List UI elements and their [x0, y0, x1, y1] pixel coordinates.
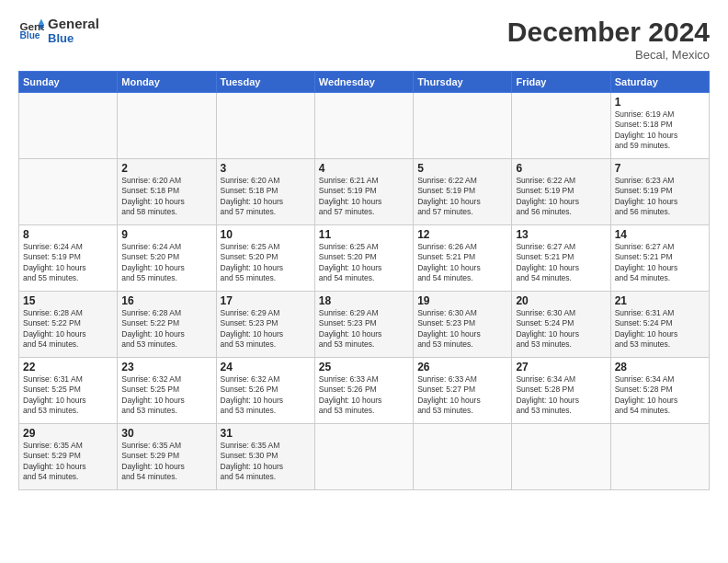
- calendar-day-15: 15Sunrise: 6:28 AMSunset: 5:22 PMDayligh…: [19, 292, 118, 358]
- day-info: Sunrise: 6:34 AMSunset: 5:28 PMDaylight:…: [615, 374, 705, 417]
- calendar-day-12: 12Sunrise: 6:26 AMSunset: 5:21 PMDayligh…: [414, 225, 512, 292]
- calendar-day-18: 18Sunrise: 6:29 AMSunset: 5:23 PMDayligh…: [314, 292, 413, 358]
- calendar-day-13: 13Sunrise: 6:27 AMSunset: 5:21 PMDayligh…: [512, 225, 610, 292]
- calendar-week-0: 1Sunrise: 6:19 AMSunset: 5:18 PMDaylight…: [19, 93, 710, 159]
- empty-cell: [314, 424, 413, 490]
- col-header-sunday: Sunday: [19, 72, 118, 93]
- day-info: Sunrise: 6:20 AMSunset: 5:18 PMDaylight:…: [121, 176, 211, 218]
- calendar-day-6: 6Sunrise: 6:22 AMSunset: 5:19 PMDaylight…: [512, 159, 610, 225]
- day-number: 12: [417, 228, 507, 241]
- day-number: 13: [516, 228, 606, 241]
- day-info: Sunrise: 6:28 AMSunset: 5:22 PMDaylight:…: [121, 308, 211, 350]
- day-info: Sunrise: 6:33 AMSunset: 5:26 PMDaylight:…: [319, 374, 409, 417]
- day-number: 7: [615, 162, 705, 175]
- day-number: 11: [319, 228, 409, 241]
- col-header-friday: Friday: [512, 72, 610, 93]
- calendar-day-14: 14Sunrise: 6:27 AMSunset: 5:21 PMDayligh…: [610, 225, 709, 292]
- empty-cell: [414, 93, 512, 159]
- calendar-day-1: 1Sunrise: 6:19 AMSunset: 5:18 PMDaylight…: [610, 93, 709, 159]
- calendar-day-16: 16Sunrise: 6:28 AMSunset: 5:22 PMDayligh…: [118, 292, 216, 358]
- calendar-day-19: 19Sunrise: 6:30 AMSunset: 5:23 PMDayligh…: [414, 292, 512, 358]
- calendar-day-30: 30Sunrise: 6:35 AMSunset: 5:29 PMDayligh…: [118, 424, 216, 490]
- logo-line2: Blue: [48, 32, 99, 45]
- calendar-table: SundayMondayTuesdayWednesdayThursdayFrid…: [18, 71, 710, 490]
- day-info: Sunrise: 6:35 AMSunset: 5:29 PMDaylight:…: [23, 441, 113, 483]
- day-info: Sunrise: 6:27 AMSunset: 5:21 PMDaylight:…: [516, 242, 606, 284]
- col-header-saturday: Saturday: [610, 72, 709, 93]
- day-number: 20: [516, 294, 606, 307]
- col-header-thursday: Thursday: [414, 72, 512, 93]
- day-info: Sunrise: 6:34 AMSunset: 5:28 PMDaylight:…: [516, 374, 606, 417]
- day-info: Sunrise: 6:31 AMSunset: 5:24 PMDaylight:…: [615, 308, 705, 350]
- svg-text:Blue: Blue: [20, 31, 40, 41]
- day-info: Sunrise: 6:22 AMSunset: 5:19 PMDaylight:…: [516, 176, 606, 218]
- day-info: Sunrise: 6:35 AMSunset: 5:29 PMDaylight:…: [121, 441, 211, 483]
- logo: General Blue General Blue: [18, 17, 99, 45]
- day-info: Sunrise: 6:26 AMSunset: 5:21 PMDaylight:…: [417, 242, 507, 284]
- day-info: Sunrise: 6:24 AMSunset: 5:19 PMDaylight:…: [23, 242, 113, 284]
- day-number: 3: [221, 162, 311, 175]
- calendar-day-22: 22Sunrise: 6:31 AMSunset: 5:25 PMDayligh…: [19, 358, 118, 424]
- col-header-tuesday: Tuesday: [216, 72, 314, 93]
- calendar-day-27: 27Sunrise: 6:34 AMSunset: 5:28 PMDayligh…: [512, 358, 610, 424]
- day-info: Sunrise: 6:28 AMSunset: 5:22 PMDaylight:…: [23, 308, 113, 350]
- calendar-day-5: 5Sunrise: 6:22 AMSunset: 5:19 PMDaylight…: [414, 159, 512, 225]
- calendar-week-1: 2Sunrise: 6:20 AMSunset: 5:18 PMDaylight…: [19, 159, 710, 225]
- day-number: 8: [23, 228, 113, 241]
- day-info: Sunrise: 6:20 AMSunset: 5:18 PMDaylight:…: [221, 176, 311, 218]
- day-number: 27: [516, 361, 606, 373]
- calendar-day-31: 31Sunrise: 6:35 AMSunset: 5:30 PMDayligh…: [216, 424, 314, 490]
- day-number: 25: [319, 361, 409, 373]
- calendar-day-10: 10Sunrise: 6:25 AMSunset: 5:20 PMDayligh…: [216, 225, 314, 292]
- calendar-week-5: 29Sunrise: 6:35 AMSunset: 5:29 PMDayligh…: [19, 424, 710, 490]
- day-info: Sunrise: 6:22 AMSunset: 5:19 PMDaylight:…: [417, 176, 507, 218]
- calendar-day-20: 20Sunrise: 6:30 AMSunset: 5:24 PMDayligh…: [512, 292, 610, 358]
- logo-icon: General Blue: [18, 17, 44, 43]
- calendar-day-24: 24Sunrise: 6:32 AMSunset: 5:26 PMDayligh…: [216, 358, 314, 424]
- day-info: Sunrise: 6:31 AMSunset: 5:25 PMDaylight:…: [23, 374, 113, 417]
- day-info: Sunrise: 6:23 AMSunset: 5:19 PMDaylight:…: [615, 176, 705, 218]
- day-number: 1: [615, 96, 705, 109]
- day-number: 16: [121, 294, 211, 307]
- calendar-day-3: 3Sunrise: 6:20 AMSunset: 5:18 PMDaylight…: [216, 159, 314, 225]
- day-number: 22: [23, 361, 113, 373]
- day-info: Sunrise: 6:32 AMSunset: 5:25 PMDaylight:…: [121, 374, 211, 417]
- day-number: 5: [417, 162, 507, 175]
- empty-cell: [19, 93, 118, 159]
- day-info: Sunrise: 6:24 AMSunset: 5:20 PMDaylight:…: [121, 242, 211, 284]
- calendar-day-26: 26Sunrise: 6:33 AMSunset: 5:27 PMDayligh…: [414, 358, 512, 424]
- location: Becal, Mexico: [507, 48, 710, 62]
- logo-line1: General: [48, 17, 99, 32]
- day-number: 28: [615, 361, 705, 373]
- empty-cell: [610, 424, 709, 490]
- day-info: Sunrise: 6:30 AMSunset: 5:24 PMDaylight:…: [516, 308, 606, 350]
- day-number: 15: [23, 294, 113, 307]
- day-number: 2: [121, 162, 211, 175]
- empty-cell: [414, 424, 512, 490]
- calendar-day-11: 11Sunrise: 6:25 AMSunset: 5:20 PMDayligh…: [314, 225, 413, 292]
- day-number: 18: [319, 294, 409, 307]
- calendar-day-8: 8Sunrise: 6:24 AMSunset: 5:19 PMDaylight…: [19, 225, 118, 292]
- day-number: 6: [516, 162, 606, 175]
- day-info: Sunrise: 6:19 AMSunset: 5:18 PMDaylight:…: [615, 109, 705, 152]
- day-number: 29: [23, 427, 113, 440]
- calendar-page: General Blue General Blue December 2024 …: [0, 0, 728, 563]
- calendar-day-25: 25Sunrise: 6:33 AMSunset: 5:26 PMDayligh…: [314, 358, 413, 424]
- day-number: 26: [417, 361, 507, 373]
- day-number: 31: [221, 427, 311, 440]
- calendar-day-7: 7Sunrise: 6:23 AMSunset: 5:19 PMDaylight…: [610, 159, 709, 225]
- header-row: SundayMondayTuesdayWednesdayThursdayFrid…: [19, 72, 710, 93]
- calendar-day-28: 28Sunrise: 6:34 AMSunset: 5:28 PMDayligh…: [610, 358, 709, 424]
- empty-cell: [216, 93, 314, 159]
- month-title: December 2024: [507, 17, 710, 48]
- calendar-day-4: 4Sunrise: 6:21 AMSunset: 5:19 PMDaylight…: [314, 159, 413, 225]
- col-header-monday: Monday: [118, 72, 216, 93]
- day-number: 19: [417, 294, 507, 307]
- col-header-wednesday: Wednesday: [314, 72, 413, 93]
- page-header: General Blue General Blue December 2024 …: [18, 17, 710, 62]
- day-number: 17: [221, 294, 311, 307]
- calendar-day-9: 9Sunrise: 6:24 AMSunset: 5:20 PMDaylight…: [118, 225, 216, 292]
- calendar-week-4: 22Sunrise: 6:31 AMSunset: 5:25 PMDayligh…: [19, 358, 710, 424]
- empty-cell: [512, 93, 610, 159]
- calendar-day-21: 21Sunrise: 6:31 AMSunset: 5:24 PMDayligh…: [610, 292, 709, 358]
